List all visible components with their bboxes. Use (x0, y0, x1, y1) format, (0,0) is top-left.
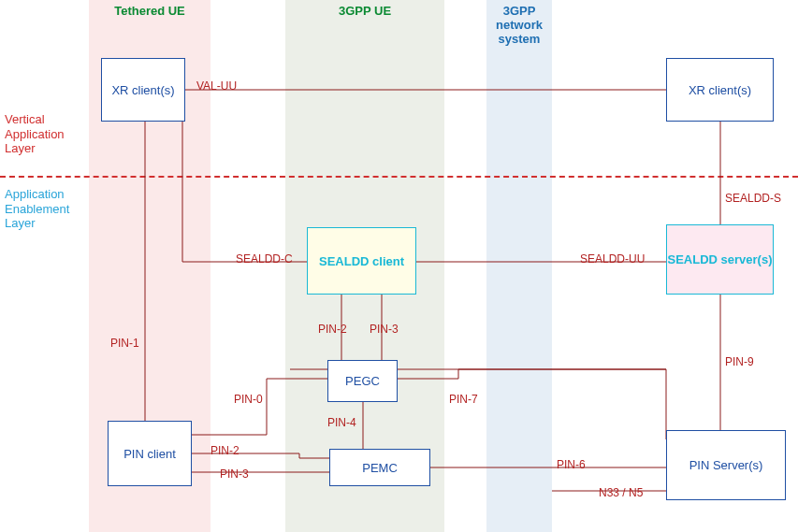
node-xr-client-right: XR client(s) (666, 58, 774, 122)
node-xr-client-left: XR client(s) (101, 58, 185, 122)
node-label: XR client(s) (111, 83, 174, 97)
column-header-tethered: Tethered UE (89, 4, 210, 18)
node-label: SEALDD client (319, 254, 404, 268)
application-enablement-layer-label: Application Enablement Layer (5, 187, 69, 231)
column-3gpp-network: 3GPP network system (486, 0, 552, 532)
vertical-application-layer-label: Vertical Application Layer (5, 112, 65, 156)
label-val-uu: VAL-UU (196, 79, 237, 93)
label-sealdd-uu: SEALDD-UU (580, 252, 645, 266)
label-pin-2: PIN-2 (318, 323, 347, 336)
label-pin-3-left: PIN-3 (220, 467, 249, 481)
node-sealdd-client: SEALDD client (307, 227, 416, 295)
label-pin-6: PIN-6 (557, 458, 586, 471)
layer-line: Enablement (5, 202, 69, 216)
node-label: SEALDD server(s) (668, 252, 773, 266)
label-n33-n5: N33 / N5 (599, 486, 643, 499)
label-pin-7: PIN-7 (449, 393, 478, 406)
label-pin-3: PIN-3 (370, 323, 399, 336)
layer-line: Layer (5, 141, 36, 155)
column-header-3gpp-ue: 3GPP UE (285, 4, 444, 18)
node-sealdd-server: SEALDD server(s) (666, 224, 774, 295)
layer-line: Layer (5, 216, 36, 230)
node-label: PEMC (362, 461, 398, 475)
node-label: PIN Server(s) (689, 458, 763, 472)
label-pin-0: PIN-0 (234, 393, 263, 406)
layer-line: Application (5, 187, 65, 201)
node-label: PEGC (345, 374, 380, 388)
layer-divider (0, 176, 798, 178)
diagram-canvas: Tethered UE 3GPP UE 3GPP network system … (0, 0, 798, 532)
node-label: PIN client (123, 447, 176, 461)
node-pin-client: PIN client (108, 421, 192, 486)
node-label: XR client(s) (689, 83, 751, 97)
label-pin-9: PIN-9 (725, 355, 754, 368)
node-pegc: PEGC (327, 360, 398, 402)
label-pin-1: PIN-1 (110, 337, 139, 350)
node-pin-server: PIN Server(s) (666, 430, 786, 500)
label-pin-4: PIN-4 (327, 416, 356, 429)
layer-line: Vertical (5, 112, 45, 126)
label-sealdd-s: SEALDD-S (725, 192, 781, 205)
label-sealdd-c: SEALDD-C (236, 252, 293, 266)
node-pemc: PEMC (329, 449, 430, 486)
column-header-3gpp-network: 3GPP network system (486, 4, 552, 46)
label-pin-2-left: PIN-2 (210, 444, 239, 457)
layer-line: Application (5, 127, 65, 141)
